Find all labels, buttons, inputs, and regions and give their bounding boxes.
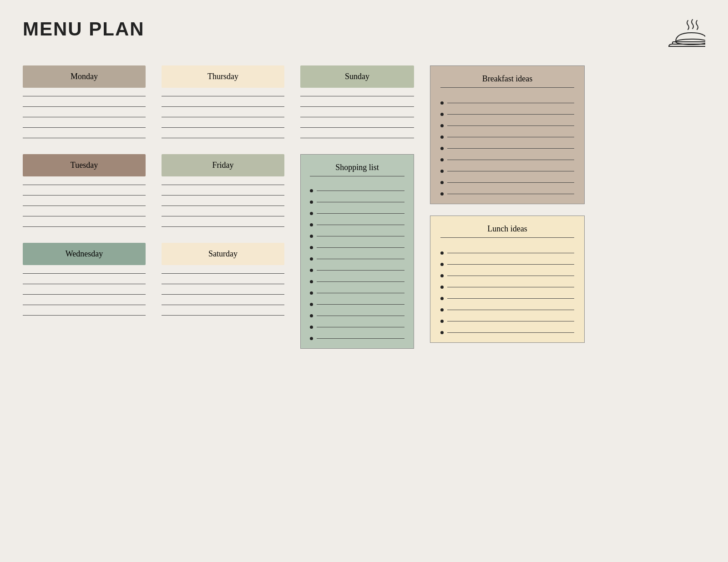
column-3: Sunday Shopping list [300, 65, 414, 349]
saturday-lines [162, 273, 284, 316]
list-item [440, 116, 574, 127]
shopping-list-box: Shopping list [300, 154, 414, 349]
day-line [162, 226, 284, 227]
bullet-dot [440, 113, 444, 116]
bullet-dot [440, 251, 444, 255]
wednesday-section: Wednesday [23, 243, 146, 316]
bullet-dot [440, 158, 444, 161]
bullet-line [317, 270, 404, 271]
day-line [23, 294, 146, 295]
day-line [162, 216, 284, 216]
bullet-dot [440, 308, 444, 311]
friday-lines [162, 185, 284, 227]
bullet-line [447, 182, 574, 183]
bullet-dot [310, 212, 313, 215]
day-line [162, 305, 284, 305]
shopping-list [310, 181, 404, 340]
wednesday-lines [23, 273, 146, 316]
bullet-dot [310, 223, 313, 226]
bullet-dot [440, 192, 444, 196]
day-line [23, 284, 146, 284]
bullet-line [317, 281, 404, 282]
bullet-dot [310, 291, 313, 295]
list-item [440, 184, 574, 196]
list-item [310, 226, 404, 238]
list-item [440, 277, 574, 289]
bullet-line [447, 194, 574, 194]
bullet-dot [440, 135, 444, 139]
sunday-section: Sunday [300, 65, 414, 138]
bullet-line [447, 264, 574, 265]
bullet-dot [440, 331, 444, 334]
bullet-line [317, 191, 404, 191]
day-line [23, 216, 146, 216]
bullet-line [447, 137, 574, 137]
monday-section: Monday [23, 65, 146, 138]
list-item [310, 192, 404, 204]
breakfast-ideas-list [440, 93, 574, 196]
day-line [300, 127, 414, 128]
list-item [440, 255, 574, 266]
bullet-line [447, 321, 574, 321]
food-icon [664, 18, 705, 52]
bullet-dot [310, 303, 313, 306]
bullet-line [447, 332, 574, 333]
thursday-header: Thursday [162, 65, 284, 88]
bullet-line [317, 259, 404, 259]
bullet-dot [440, 263, 444, 266]
day-line [162, 185, 284, 185]
shopping-list-title: Shopping list [310, 163, 404, 176]
bullet-line [317, 304, 404, 305]
day-line [300, 117, 414, 117]
bullet-dot [310, 246, 313, 249]
saturday-header: Saturday [162, 243, 284, 265]
day-line [162, 284, 284, 284]
bullet-line [447, 160, 574, 160]
list-item [440, 173, 574, 184]
bullet-line [447, 298, 574, 299]
bullet-dot [440, 320, 444, 323]
bullet-line [317, 338, 404, 339]
tuesday-header: Tuesday [23, 154, 146, 176]
sunday-lines [300, 96, 414, 138]
day-line [23, 206, 146, 206]
day-line [162, 138, 284, 138]
bullet-line [447, 310, 574, 310]
list-item [440, 127, 574, 139]
bullet-line [447, 287, 574, 287]
bullet-line [317, 225, 404, 225]
header: MENU PLAN [23, 18, 705, 52]
list-item [310, 204, 404, 215]
wednesday-header: Wednesday [23, 243, 146, 265]
saturday-section: Saturday [162, 243, 284, 316]
breakfast-ideas-title: Breakfast ideas [440, 74, 574, 88]
main-layout: Monday Tuesday Wednesday [23, 65, 705, 349]
bullet-dot [440, 124, 444, 127]
bullet-line [447, 114, 574, 115]
day-line [23, 226, 146, 227]
day-line [162, 96, 284, 96]
day-line [300, 138, 414, 138]
day-line [23, 106, 146, 107]
bullet-line [317, 293, 404, 293]
day-line [23, 305, 146, 305]
day-line [162, 206, 284, 206]
day-line [162, 106, 284, 107]
friday-header: Friday [162, 154, 284, 176]
lunch-ideas-title: Lunch ideas [440, 224, 574, 238]
day-line [23, 185, 146, 185]
right-column: Breakfast ideas Lunch ideas [430, 65, 585, 343]
list-item [310, 317, 404, 329]
day-line [162, 315, 284, 316]
friday-section: Friday [162, 154, 284, 227]
bullet-dot [440, 181, 444, 184]
list-item [440, 139, 574, 150]
list-item [310, 238, 404, 249]
list-item [440, 311, 574, 323]
column-2: Thursday Friday Saturday [162, 65, 284, 331]
column-1: Monday Tuesday Wednesday [23, 65, 146, 331]
bullet-line [447, 148, 574, 149]
bullet-line [317, 316, 404, 316]
list-item [310, 329, 404, 340]
list-item [310, 215, 404, 226]
